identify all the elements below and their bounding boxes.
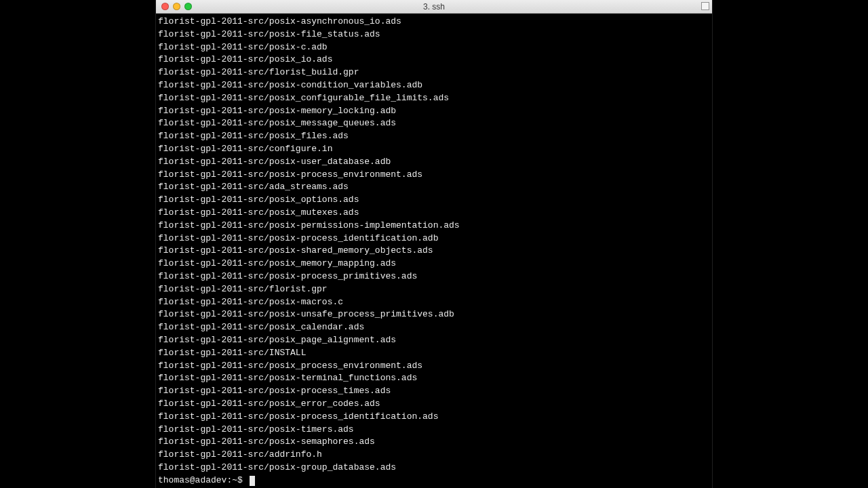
output-line: florist-gpl-2011-src/posix_mutexes.ads bbox=[158, 207, 710, 220]
output-line: florist-gpl-2011-src/posix-terminal_func… bbox=[158, 372, 710, 385]
output-line: florist-gpl-2011-src/posix-process_primi… bbox=[158, 270, 710, 283]
prompt[interactable]: thomas@adadev:~$ bbox=[158, 474, 710, 487]
output-line: florist-gpl-2011-src/posix-process_ident… bbox=[158, 411, 710, 424]
window-title: 3. ssh bbox=[156, 2, 712, 12]
output-line: florist-gpl-2011-src/posix-process_times… bbox=[158, 385, 710, 398]
window-controls bbox=[156, 3, 192, 10]
output-line: florist-gpl-2011-src/posix-permissions-i… bbox=[158, 220, 710, 232]
output-line: florist-gpl-2011-src/ada_streams.ads bbox=[158, 181, 710, 194]
output-line: florist-gpl-2011-src/posix_memory_mappin… bbox=[158, 258, 710, 270]
output-line: florist-gpl-2011-src/florist.gpr bbox=[158, 283, 710, 296]
output-line: florist-gpl-2011-src/posix_configurable_… bbox=[158, 92, 710, 105]
output-line: florist-gpl-2011-src/posix-asynchronous_… bbox=[158, 16, 710, 28]
output-line: florist-gpl-2011-src/addrinfo.h bbox=[158, 449, 710, 462]
terminal-output[interactable]: florist-gpl-2011-src/posix-asynchronous_… bbox=[156, 14, 712, 488]
output-line: florist-gpl-2011-src/posix-memory_lockin… bbox=[158, 105, 710, 118]
output-line: florist-gpl-2011-src/posix-semaphores.ad… bbox=[158, 436, 710, 449]
output-line: florist-gpl-2011-src/posix-timers.ads bbox=[158, 424, 710, 436]
prompt-text: thomas@adadev:~$ bbox=[158, 474, 248, 487]
window-title-bar[interactable]: 3. ssh bbox=[156, 0, 712, 14]
output-line: florist-gpl-2011-src/posix_io.ads bbox=[158, 54, 710, 66]
output-line: florist-gpl-2011-src/posix_files.ads bbox=[158, 130, 710, 143]
output-line: florist-gpl-2011-src/posix_calendar.ads bbox=[158, 321, 710, 334]
output-line: florist-gpl-2011-src/posix-process_envir… bbox=[158, 169, 710, 182]
output-line: florist-gpl-2011-src/posix-process_ident… bbox=[158, 232, 710, 245]
output-line: florist-gpl-2011-src/florist_build.gpr bbox=[158, 66, 710, 79]
output-line: florist-gpl-2011-src/posix-macros.c bbox=[158, 296, 710, 309]
output-line: florist-gpl-2011-src/posix_options.ads bbox=[158, 194, 710, 207]
output-line: florist-gpl-2011-src/posix-condition_var… bbox=[158, 79, 710, 92]
output-line: florist-gpl-2011-src/posix-user_database… bbox=[158, 156, 710, 169]
zoom-icon[interactable] bbox=[184, 3, 192, 10]
output-line: florist-gpl-2011-src/posix_message_queue… bbox=[158, 117, 710, 130]
output-line: florist-gpl-2011-src/INSTALL bbox=[158, 347, 710, 360]
output-line: florist-gpl-2011-src/posix_error_codes.a… bbox=[158, 398, 710, 411]
output-line: florist-gpl-2011-src/posix-c.adb bbox=[158, 41, 710, 54]
minimize-icon[interactable] bbox=[173, 3, 180, 10]
output-line: florist-gpl-2011-src/posix_page_alignmen… bbox=[158, 334, 710, 347]
output-line: florist-gpl-2011-src/posix-group_databas… bbox=[158, 462, 710, 474]
output-line: florist-gpl-2011-src/posix-file_status.a… bbox=[158, 28, 710, 41]
output-line: florist-gpl-2011-src/configure.in bbox=[158, 143, 710, 156]
close-icon[interactable] bbox=[161, 3, 169, 10]
output-line: florist-gpl-2011-src/posix_process_envir… bbox=[158, 360, 710, 373]
output-line: florist-gpl-2011-src/posix-unsafe_proces… bbox=[158, 308, 710, 321]
cursor-icon bbox=[250, 476, 255, 486]
terminal-window: 3. ssh florist-gpl-2011-src/posix-asynch… bbox=[156, 0, 712, 488]
maximize-icon[interactable] bbox=[701, 2, 709, 10]
output-line: florist-gpl-2011-src/posix-shared_memory… bbox=[158, 245, 710, 258]
